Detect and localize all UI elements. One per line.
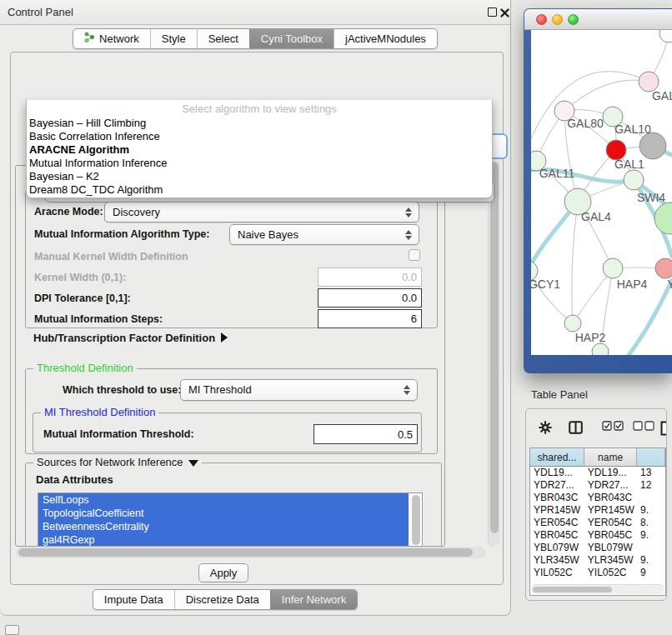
control-panel-titlebar: Control Panel xyxy=(0,0,510,25)
split-columns-icon[interactable] xyxy=(569,421,583,437)
attribute-item-topologicalcoefficient[interactable]: TopologicalCoefficient xyxy=(38,507,409,520)
table-cell[interactable]: 9 xyxy=(637,567,665,579)
settings-vertical-scrollbar[interactable] xyxy=(488,161,500,547)
data-attributes-list[interactable]: SelfLoopsTopologicalCoefficientBetweenne… xyxy=(38,492,423,547)
tab-discretize-data[interactable]: Discretize Data xyxy=(174,590,270,609)
algorithm-option-mutual-information-inference[interactable]: Mutual Information Inference xyxy=(27,157,492,170)
network-node-unlabeled-top[interactable] xyxy=(659,30,672,42)
attribute-item-betweennesscentrality[interactable]: BetweennessCentrality xyxy=(38,520,409,533)
tab-impute-data[interactable]: Impute Data xyxy=(93,590,174,609)
table-row[interactable]: YBL079WYBL079W xyxy=(530,542,665,554)
table-cell[interactable]: YPR145W xyxy=(584,504,637,517)
table-mini-icon[interactable] xyxy=(5,625,19,635)
which-threshold-combo[interactable]: MI Threshold xyxy=(180,379,418,401)
network-edge[interactable] xyxy=(572,202,578,323)
network-node-gray[interactable] xyxy=(639,132,666,159)
table-row[interactable]: YBR045CYBR045C9. xyxy=(530,529,665,542)
mi-algorithm-type-combo[interactable]: Naive Bayes xyxy=(229,224,419,245)
close-traffic-light-icon[interactable] xyxy=(536,14,547,25)
float-icon[interactable] xyxy=(488,8,497,17)
table-row[interactable]: YER054CYER054C8. xyxy=(530,517,665,529)
table-cell[interactable]: YBR043C xyxy=(530,492,584,504)
table-cell[interactable]: YBL079W xyxy=(584,542,637,554)
table-cell[interactable]: YBR045C xyxy=(584,529,637,542)
network-canvas[interactable]: GALGAL80GAL10GAL1GAL11SWI4GAL4GCY1HAP4YH… xyxy=(531,30,672,355)
unchecked-pair-icon[interactable] xyxy=(633,421,654,433)
table-cell[interactable]: 9. xyxy=(637,554,665,567)
table-cell[interactable]: 13 xyxy=(637,467,665,479)
zoom-traffic-light-icon[interactable] xyxy=(568,14,579,25)
table-cell[interactable]: YER054C xyxy=(584,517,637,529)
table-horizontal-scrollbar[interactable] xyxy=(531,584,664,594)
attribute-item-selfloops[interactable]: SelfLoops xyxy=(38,493,409,507)
network-node-label-gal: GAL xyxy=(652,89,672,102)
algorithm-option-bayesian-k2[interactable]: Bayesian – K2 xyxy=(27,170,492,183)
network-node-unlabeled-bottom[interactable] xyxy=(592,343,609,355)
close-icon[interactable] xyxy=(500,8,509,20)
table-cell[interactable]: 9. xyxy=(637,504,665,517)
table-cell[interactable] xyxy=(637,492,665,504)
algorithm-option-bayesian-hill-climbing[interactable]: Bayesian – Hill Climbing xyxy=(27,117,492,130)
hub-definition-toggle[interactable]: Hub/Transcription Factor Definition xyxy=(33,332,228,344)
mi-threshold-field[interactable] xyxy=(313,424,418,444)
apply-button[interactable]: Apply xyxy=(198,563,248,582)
list-scrollbar[interactable] xyxy=(412,495,420,545)
network-edge[interactable] xyxy=(564,80,649,111)
table-cell[interactable]: YBR045C xyxy=(530,529,584,542)
document-icon[interactable] xyxy=(660,421,667,438)
tab-cyni-toolbox[interactable]: Cyni Toolbox xyxy=(249,29,333,48)
table-cell[interactable]: YIL052C xyxy=(584,567,637,579)
gear-icon[interactable] xyxy=(539,421,552,437)
table-cell[interactable]: YLR345W xyxy=(584,554,637,567)
table-cell[interactable]: YDR27... xyxy=(530,479,584,492)
network-node-swi4[interactable] xyxy=(624,170,644,190)
settings-horizontal-scrollbar[interactable] xyxy=(16,547,486,558)
table-cell[interactable]: 9. xyxy=(637,529,665,542)
table-row[interactable]: YLR345WYLR345W9. xyxy=(530,554,665,567)
network-node-salmon[interactable] xyxy=(655,258,672,278)
tab-network[interactable]: Network xyxy=(73,29,150,48)
network-node-hap4[interactable] xyxy=(603,258,623,278)
table-row[interactable]: YIL052CYIL052C9 xyxy=(530,567,665,579)
table-cell[interactable]: YPR145W xyxy=(530,504,584,517)
table-row[interactable]: YDL19...YDL19...13 xyxy=(530,467,665,479)
sources-group-title[interactable]: Sources for Network Inference xyxy=(33,456,202,468)
network-edge[interactable] xyxy=(629,280,672,355)
aracne-mode-combo[interactable]: Discovery xyxy=(104,202,419,222)
table-row[interactable]: YPR145WYPR145W9. xyxy=(530,504,665,517)
tab-select[interactable]: Select xyxy=(197,29,249,48)
table-cell[interactable] xyxy=(637,542,665,554)
table-cell[interactable]: YBR043C xyxy=(584,492,637,504)
attribute-item-gal4rgexp[interactable]: gal4RGexp xyxy=(38,533,409,547)
algorithm-option-dream8-dc-tdc-algorithm[interactable]: Dream8 DC_TDC Algorithm xyxy=(27,183,492,197)
table-cell[interactable]: 8. xyxy=(637,517,665,529)
network-window-titlebar[interactable] xyxy=(524,9,672,30)
algorithm-option-basic-correlation-inference[interactable]: Basic Correlation Inference xyxy=(27,130,492,143)
manual-kernel-width-checkbox[interactable] xyxy=(409,249,420,261)
kernel-width-field[interactable] xyxy=(318,268,422,287)
table-cell[interactable]: YDL19... xyxy=(584,467,637,479)
minimize-traffic-light-icon[interactable] xyxy=(552,14,563,25)
table-cell[interactable]: YIL052C xyxy=(530,567,584,579)
checked-pair-icon[interactable] xyxy=(602,421,624,433)
table-cell[interactable]: YLR345W xyxy=(530,554,584,567)
algorithm-option-aracne-algorithm[interactable]: ARACNE Algorithm xyxy=(27,143,492,157)
table-cell[interactable]: 12 xyxy=(637,479,665,492)
table-header: shared...name xyxy=(530,448,665,467)
tab-style[interactable]: Style xyxy=(150,29,197,48)
network-node-biggreen[interactable] xyxy=(654,202,672,234)
tab-jactivemnodules[interactable]: jActiveMNodules xyxy=(333,29,437,48)
column-header-name[interactable]: name xyxy=(584,448,637,467)
table-row[interactable]: YDR27...YDR27...12 xyxy=(530,479,665,492)
table-cell[interactable]: YDL19... xyxy=(530,467,584,479)
network-node-hap2[interactable] xyxy=(564,315,581,332)
dpi-tolerance-field[interactable] xyxy=(318,288,422,308)
table-cell[interactable]: YBL079W xyxy=(530,542,584,554)
column-header-2[interactable] xyxy=(637,448,665,467)
table-cell[interactable]: YDR27... xyxy=(584,479,637,492)
column-header-shared[interactable]: shared... xyxy=(530,448,584,467)
mi-steps-field[interactable] xyxy=(318,309,422,328)
tab-infer-network[interactable]: Infer Network xyxy=(270,590,357,609)
table-row[interactable]: YBR043CYBR043C xyxy=(530,492,665,504)
table-cell[interactable]: YER054C xyxy=(530,517,584,529)
